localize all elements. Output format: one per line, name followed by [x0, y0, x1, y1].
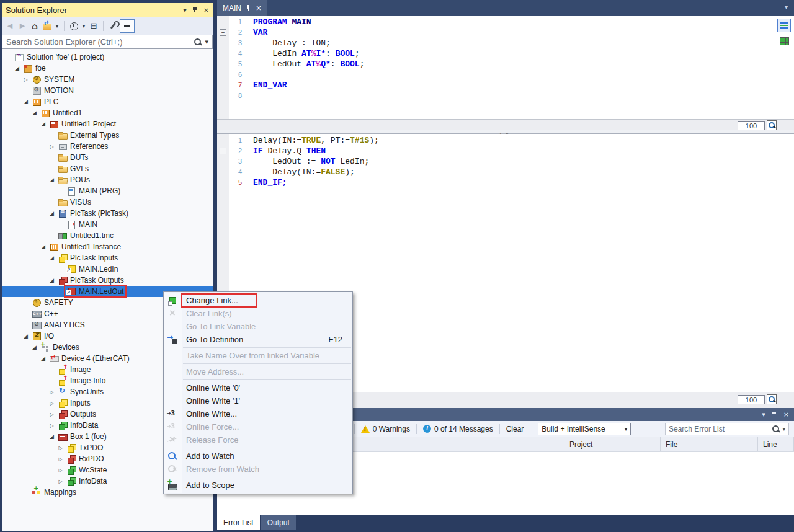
- properties-wrench-icon[interactable]: [107, 20, 118, 32]
- pin-icon[interactable]: [192, 6, 198, 14]
- menu-item-add-to-watch[interactable]: Add to Watch: [164, 450, 352, 463]
- warnings-filter-button[interactable]: 0 Warnings: [360, 425, 411, 433]
- tree-expanded-arrow-icon[interactable]: ◢: [39, 244, 47, 250]
- fold-collapse-icon[interactable]: −: [220, 29, 226, 36]
- tree-expanded-arrow-icon[interactable]: ◢: [39, 355, 47, 361]
- tree-item-label: Image-Info: [70, 376, 105, 385]
- menu-item-add-to-scope[interactable]: Add to Scope: [164, 479, 352, 492]
- preview-selected-toggle-icon[interactable]: [120, 19, 135, 33]
- menu-shortcut: F12: [329, 335, 346, 344]
- tree-item-duts[interactable]: DUTs: [2, 152, 213, 163]
- pending-changes-filter-icon[interactable]: [68, 20, 79, 32]
- declaration-zoom-level[interactable]: 100: [738, 121, 765, 130]
- tree-item-untitled1-instance[interactable]: ◢Untitled1 Instance: [2, 241, 213, 252]
- tree-item-pous[interactable]: ◢POUs: [2, 174, 213, 185]
- tree-item-solution-foe-1-project[interactable]: Solution 'foe' (1 project): [2, 51, 213, 63]
- tree-item-system[interactable]: ▷SYSTEM: [2, 74, 213, 85]
- zoom-tool-icon[interactable]: [767, 394, 777, 404]
- tab-close-icon[interactable]: ×: [256, 4, 262, 12]
- tree-collapsed-arrow-icon[interactable]: ▷: [48, 401, 56, 406]
- tree-item-untitled1-tmc[interactable]: Untitled1.tmc: [2, 230, 213, 241]
- build-filter-dropdown[interactable]: Build + IntelliSense ▾: [538, 423, 631, 435]
- tree-item-label: Devices: [53, 343, 79, 352]
- search-error-list-input[interactable]: Search Error List ▾: [665, 423, 789, 435]
- search-options-caret-icon[interactable]: ▾: [205, 38, 208, 46]
- text-view-icon[interactable]: [777, 19, 791, 32]
- search-solution-explorer-input[interactable]: Search Solution Explorer (Ctrl+;) ▾: [2, 35, 213, 49]
- sync-active-document-icon[interactable]: [42, 20, 53, 32]
- menu-item-change-link[interactable]: Change Link...: [164, 294, 352, 307]
- search-options-caret-icon[interactable]: ▾: [782, 426, 785, 432]
- declaration-editor[interactable]: 1PROGRAM MAIN−2VAR3 Delay : TON;4 LedIn …: [217, 16, 794, 119]
- tree-collapsed-arrow-icon[interactable]: ▷: [56, 456, 65, 462]
- tree-item-plctask-plctask[interactable]: ◢PlcTask (PlcTask): [2, 208, 213, 219]
- tree-expanded-arrow-icon[interactable]: ◢: [30, 344, 38, 350]
- tree-item-main[interactable]: MAIN: [2, 219, 213, 230]
- collapse-all-icon[interactable]: ⊟: [88, 20, 99, 32]
- pin-icon[interactable]: [772, 410, 777, 419]
- column-file[interactable]: File: [661, 437, 758, 451]
- tree-item-foe[interactable]: ◢foe: [2, 63, 213, 74]
- tree-item-main-ledin[interactable]: MAIN.LedIn: [2, 264, 213, 275]
- caret-icon[interactable]: ▾: [81, 20, 87, 32]
- search-icon[interactable]: [194, 38, 202, 47]
- messages-filter-button[interactable]: i 0 of 14 Messages: [422, 425, 494, 433]
- tree-item-plctask-inputs[interactable]: ◢PlcTask Inputs: [2, 252, 213, 264]
- tree-collapsed-arrow-icon[interactable]: ▷: [56, 445, 65, 451]
- tab-main[interactable]: MAIN ×: [217, 0, 267, 16]
- menu-item-go-to-definition[interactable]: Go To DefinitionF12: [164, 333, 352, 346]
- implementation-zoom-level[interactable]: 100: [738, 395, 765, 404]
- fold-collapse-icon[interactable]: −: [220, 148, 226, 154]
- tree-collapsed-arrow-icon[interactable]: ▷: [56, 468, 65, 473]
- tree-item-plctask-outputs[interactable]: ◢PlcTask Outputs: [2, 275, 213, 286]
- tree-expanded-arrow-icon[interactable]: ◢: [22, 333, 30, 339]
- tree-expanded-arrow-icon[interactable]: ◢: [48, 255, 56, 261]
- tree-collapsed-arrow-icon[interactable]: ▷: [48, 423, 56, 428]
- menu-item-online-write-0[interactable]: Online Write '0': [164, 381, 352, 394]
- tree-expanded-arrow-icon[interactable]: ◢: [22, 99, 30, 105]
- tree-expanded-arrow-icon[interactable]: ◢: [48, 277, 56, 283]
- tab-list-caret-icon[interactable]: ▾: [785, 4, 788, 11]
- menu-item-online-write-1[interactable]: Online Write '1': [164, 394, 352, 407]
- home-icon[interactable]: ⌂: [29, 20, 40, 32]
- tree-item-untitled1-project[interactable]: ◢Untitled1 Project: [2, 118, 213, 130]
- forward-icon[interactable]: ▶: [17, 20, 28, 32]
- column-project[interactable]: Project: [564, 437, 661, 451]
- back-icon[interactable]: ◀: [4, 20, 16, 32]
- tree-item-main-prg[interactable]: MAIN (PRG): [2, 185, 213, 197]
- tree-collapsed-arrow-icon[interactable]: ▷: [56, 479, 65, 484]
- tree-item-gvls[interactable]: GVLs: [2, 163, 213, 174]
- tree-collapsed-arrow-icon[interactable]: ▷: [48, 412, 56, 417]
- tree-item-visus[interactable]: VISUs: [2, 197, 213, 208]
- tree-collapsed-arrow-icon[interactable]: ▷: [48, 144, 56, 149]
- clear-button[interactable]: Clear: [505, 425, 525, 433]
- close-icon[interactable]: ×: [783, 410, 789, 419]
- search-icon[interactable]: [772, 425, 780, 433]
- tree-expanded-arrow-icon[interactable]: ◢: [30, 110, 38, 116]
- tree-expanded-arrow-icon[interactable]: ◢: [39, 121, 47, 127]
- tree-expanded-arrow-icon[interactable]: ◢: [48, 177, 56, 183]
- tree-expanded-arrow-icon[interactable]: ◢: [48, 433, 56, 440]
- tree-expanded-arrow-icon[interactable]: ◢: [48, 210, 56, 216]
- column-line[interactable]: Line: [758, 437, 794, 451]
- caret-icon[interactable]: ▾: [54, 20, 60, 32]
- tree-expanded-arrow-icon[interactable]: ◢: [13, 65, 21, 71]
- tree-item-motion[interactable]: MOTION: [2, 85, 213, 96]
- table-view-icon[interactable]: [777, 34, 791, 48]
- tab-error-list[interactable]: Error List: [217, 515, 260, 530]
- tree-collapsed-arrow-icon[interactable]: ▷: [22, 77, 30, 82]
- tab-output[interactable]: Output: [261, 515, 296, 530]
- tree-item-plc[interactable]: ◢PLC: [2, 96, 213, 107]
- zoom-tool-icon[interactable]: [767, 120, 777, 130]
- window-position-caret-icon[interactable]: ▾: [762, 410, 765, 419]
- close-icon[interactable]: ×: [203, 6, 209, 14]
- tree-item-untitled1[interactable]: ◢Untitled1: [2, 107, 213, 118]
- tree-collapsed-arrow-icon[interactable]: ▷: [48, 389, 56, 395]
- menu-item-online-write[interactable]: Online Write...: [164, 407, 352, 420]
- tree-item-references[interactable]: ▷References: [2, 141, 213, 152]
- tree-item-content: Devices: [38, 342, 81, 353]
- editor-splitter[interactable]: ▲▼: [217, 130, 794, 134]
- tree-item-external-types[interactable]: External Types: [2, 130, 213, 141]
- tab-pin-icon[interactable]: [246, 4, 251, 11]
- window-position-caret-icon[interactable]: ▾: [183, 6, 187, 14]
